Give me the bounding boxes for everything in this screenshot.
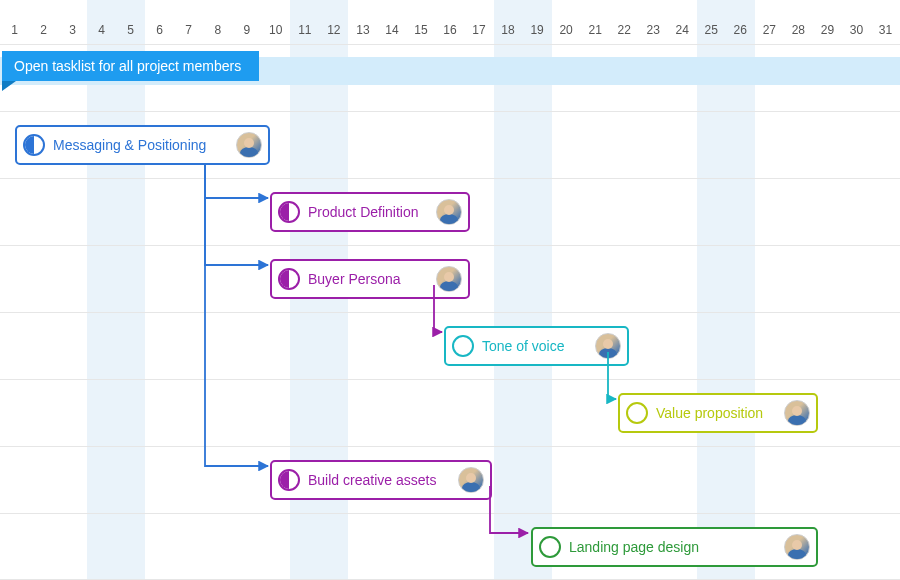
task-tone-of-voice[interactable]: Tone of voice [444,326,629,366]
day-1: 1 [0,23,29,37]
gantt-rows: Open tasklist for all project members Me… [0,44,900,580]
row-header: Open tasklist for all project members [0,44,900,111]
task-label: Value proposition [656,405,776,421]
day-11: 11 [290,23,319,37]
avatar[interactable] [784,400,810,426]
day-5: 5 [116,23,145,37]
task-label: Tone of voice [482,338,587,354]
avatar[interactable] [595,333,621,359]
task-buyer-persona[interactable]: Buyer Persona [270,259,470,299]
day-17: 17 [465,23,494,37]
row-1: Messaging & Positioning [0,111,900,178]
status-icon [539,536,561,558]
day-30: 30 [842,23,871,37]
row-3: Buyer Persona [0,245,900,312]
day-2: 2 [29,23,58,37]
avatar[interactable] [436,266,462,292]
day-8: 8 [203,23,232,37]
day-3: 3 [58,23,87,37]
row-4: Tone of voice [0,312,900,379]
day-22: 22 [610,23,639,37]
day-19: 19 [523,23,552,37]
timeline-ruler: 1234567891011121314151617181920212223242… [0,0,900,44]
row-5: Value proposition [0,379,900,446]
row-6: Build creative assets [0,446,900,513]
task-product-definition[interactable]: Product Definition [270,192,470,232]
tasklist-header[interactable]: Open tasklist for all project members [2,51,259,81]
day-4: 4 [87,23,116,37]
task-label: Product Definition [308,204,428,220]
task-messaging[interactable]: Messaging & Positioning [15,125,270,165]
status-icon [278,469,300,491]
day-15: 15 [406,23,435,37]
day-9: 9 [232,23,261,37]
row-7: Landing page design [0,513,900,580]
status-icon [23,134,45,156]
status-icon [278,201,300,223]
day-24: 24 [668,23,697,37]
day-18: 18 [494,23,523,37]
day-26: 26 [726,23,755,37]
task-value-proposition[interactable]: Value proposition [618,393,818,433]
status-icon [452,335,474,357]
day-25: 25 [697,23,726,37]
day-21: 21 [581,23,610,37]
avatar[interactable] [436,199,462,225]
day-14: 14 [377,23,406,37]
avatar[interactable] [458,467,484,493]
task-label: Buyer Persona [308,271,428,287]
avatar[interactable] [236,132,262,158]
task-build-creative-assets[interactable]: Build creative assets [270,460,492,500]
tasklist-header-label: Open tasklist for all project members [14,58,241,74]
day-16: 16 [435,23,464,37]
day-13: 13 [348,23,377,37]
day-7: 7 [174,23,203,37]
day-29: 29 [813,23,842,37]
task-label: Messaging & Positioning [53,137,228,153]
task-label: Landing page design [569,539,776,555]
day-27: 27 [755,23,784,37]
day-28: 28 [784,23,813,37]
task-landing-page-design[interactable]: Landing page design [531,527,818,567]
day-23: 23 [639,23,668,37]
status-icon [278,268,300,290]
row-2: Product Definition [0,178,900,245]
day-31: 31 [871,23,900,37]
day-10: 10 [261,23,290,37]
task-label: Build creative assets [308,472,450,488]
avatar[interactable] [784,534,810,560]
day-12: 12 [319,23,348,37]
day-20: 20 [552,23,581,37]
status-icon [626,402,648,424]
day-6: 6 [145,23,174,37]
